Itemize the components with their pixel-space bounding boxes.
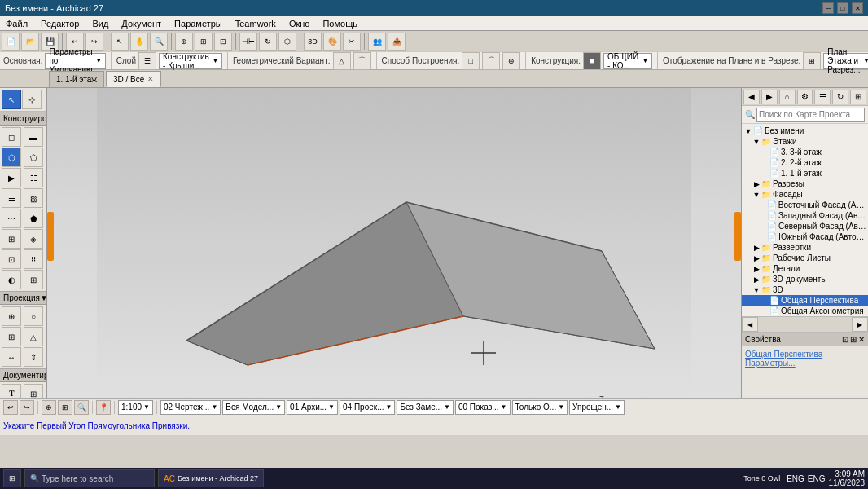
tree-node-f1[interactable]: 📄 Восточный Фасад (Автоматич... [742, 200, 868, 210]
canvas-area[interactable]: x z y [47, 88, 741, 398]
view-dropdown-6[interactable]: 00 Показ...▼ [455, 400, 511, 415]
mesh-tool[interactable]: ⊞ [24, 270, 43, 289]
tree-node-persp[interactable]: 📄 Общая Перспектива [742, 295, 868, 306]
pointer-btn[interactable]: ↖ [111, 33, 129, 51]
tree-node-detali[interactable]: ▶ 📁 Детали [742, 263, 868, 274]
tree-node-etazhi[interactable]: ▼ 📁 Этажи [742, 136, 868, 147]
sun-tool[interactable]: △ [24, 327, 43, 346]
props-icon-1[interactable]: ⊡ [842, 335, 848, 344]
osnova-dropdown[interactable]: Параметры по Умолчанию ▼ [45, 53, 105, 69]
start-button[interactable]: ⊞ [3, 469, 21, 487]
konstruk-icon[interactable]: ■ [583, 52, 601, 70]
menu-window[interactable]: Окно [287, 18, 313, 29]
props-link2[interactable]: Параметры... [745, 359, 865, 368]
orbit-nav-btn[interactable]: ⊕ [42, 400, 56, 415]
proj-tool[interactable]: ⇕ [24, 347, 43, 367]
undo-nav-btn[interactable]: ↩ [3, 400, 18, 415]
sposob-btn3[interactable]: ⊕ [502, 52, 520, 70]
snap-btn[interactable]: ⊕ [175, 33, 193, 51]
tree-node-root[interactable]: ▼ 📄 Без имени [742, 126, 868, 136]
menu-view[interactable]: Вид [90, 18, 111, 29]
guide-btn[interactable]: ⊡ [214, 33, 232, 51]
tab-3d[interactable]: 3D / Все ✕ [106, 71, 161, 87]
door-tool[interactable]: ⊞ [2, 229, 21, 249]
zoom-btn[interactable]: 🔍 [150, 33, 168, 51]
minimize-button[interactable]: ─ [822, 2, 834, 14]
render-btn[interactable]: 🎨 [323, 33, 341, 51]
grid-btn[interactable]: ⊞ [195, 33, 213, 51]
rp-forward-btn[interactable]: ▶ [761, 90, 778, 104]
pan-btn[interactable]: ✋ [130, 33, 148, 51]
tree-node-fasady[interactable]: ▼ 📁 Фасады [742, 189, 868, 200]
rp-home-btn[interactable]: ⌂ [779, 90, 796, 104]
marker-btn[interactable]: 📍 [96, 400, 111, 415]
railing-tool[interactable]: ☰ [2, 188, 21, 208]
konstruk-dropdown[interactable]: ОБЩИЙ - КО... ▼ [603, 53, 652, 69]
rotate-btn[interactable]: ↻ [259, 33, 277, 51]
select-tool2[interactable]: ⊹ [22, 90, 42, 109]
project-map-search-input[interactable] [756, 108, 865, 122]
right-resize-handle[interactable] [734, 212, 741, 261]
view-dropdown-2[interactable]: Вся Модел...▼ [222, 400, 285, 415]
menu-help[interactable]: Помощь [320, 18, 360, 29]
open-btn[interactable]: 📂 [21, 33, 39, 51]
wall-tool[interactable]: ◻ [2, 127, 21, 147]
mep-tool[interactable]: ⁞⁞ [24, 249, 43, 269]
props-close[interactable]: ✕ [858, 335, 865, 344]
tree-node-f2[interactable]: 📄 Западный Фасад (Автоматич... [742, 210, 868, 221]
publish-btn[interactable]: 📤 [388, 33, 406, 51]
proekciya-header[interactable]: Проекция ▼ [0, 291, 46, 305]
maximize-button[interactable]: □ [837, 2, 848, 14]
scroll-left-btn[interactable]: ◀ [742, 317, 758, 332]
text-tool[interactable]: 𝐓 [2, 384, 21, 398]
menu-file[interactable]: Файл [3, 18, 30, 29]
tree-node-f3[interactable]: 📄 Северный Фасад (Автоматич... [742, 221, 868, 231]
navigate-btn[interactable]: ⊞ [58, 400, 72, 415]
redo-nav-btn[interactable]: ↪ [20, 400, 34, 415]
label-tool[interactable]: ⊞ [24, 384, 43, 398]
dokumentir-header[interactable]: Документир... ▼ [0, 368, 46, 382]
section-btn[interactable]: ✂ [343, 33, 361, 51]
layer-dropdown[interactable]: Конструктив - Крыши ▼ [159, 53, 222, 69]
mirror-btn[interactable]: ⊣⊢ [239, 33, 257, 51]
rp-layout-btn[interactable]: ☰ [814, 90, 831, 104]
view-dropdown-1[interactable]: 02 Чертеж...▼ [160, 400, 221, 415]
tree-node-razrezy[interactable]: ▶ 📁 Разрезы [742, 178, 868, 189]
morph-tool[interactable]: ▶ [2, 168, 21, 187]
flythrough-tool[interactable]: ⊞ [2, 327, 21, 346]
scale-dropdown[interactable]: 1:100 ▼ [118, 400, 153, 415]
new-btn[interactable]: 📄 [2, 33, 20, 51]
view-dropdown-8[interactable]: Упрощен...▼ [569, 400, 625, 415]
sposob-btn1[interactable]: □ [462, 52, 480, 70]
tree-node-e2[interactable]: 📄 2. 2-й этаж [742, 157, 868, 168]
view-dropdown-5[interactable]: Без Заме...▼ [397, 400, 454, 415]
view-dropdown-4[interactable]: 04 Проек...▼ [340, 400, 395, 415]
tree-node-3ddoc[interactable]: ▶ 📁 3D-документы [742, 274, 868, 284]
tree-node-3d[interactable]: ▼ 📁 3D [742, 284, 868, 295]
props-link1[interactable]: Общая Перспектива [745, 350, 865, 359]
window-tool[interactable]: ⬟ [24, 209, 43, 228]
view-dropdown-7[interactable]: Только О...▼ [512, 400, 568, 415]
orbit-tool[interactable]: ⊕ [2, 306, 21, 326]
menu-document[interactable]: Документ [119, 18, 164, 29]
tree-node-e1[interactable]: 📄 1. 1-й этаж [742, 168, 868, 178]
column-tool[interactable]: ▨ [24, 188, 43, 208]
tree-node-rablisty[interactable]: ▶ 📁 Рабочие Листы [742, 253, 868, 263]
otobr-dropdown[interactable]: План Этажа и Разрез... ▼ [823, 53, 868, 69]
tab-floor-plan[interactable]: 1. 1-й этаж [49, 71, 104, 87]
teamwork-btn[interactable]: 👥 [368, 33, 386, 51]
walk-tool[interactable]: ○ [24, 306, 43, 326]
zone-tool[interactable]: ◐ [2, 270, 21, 289]
zoom-nav-btn[interactable]: 🔍 [74, 400, 89, 415]
select-tool[interactable]: ↖ [2, 90, 21, 109]
tree-node-f4[interactable]: 📄 Южный Фасад (Автоматичес... [742, 231, 868, 242]
beam-tool[interactable]: ⋯ [2, 209, 21, 228]
archicad-taskbar-btn[interactable]: AC Без имени - Archicad 27 [158, 469, 264, 487]
konstruirovanie-header[interactable]: Конструирова... ▼ [0, 112, 46, 126]
rp-refresh-btn[interactable]: ↻ [832, 90, 848, 104]
rp-settings-btn[interactable]: ⚙ [797, 90, 813, 104]
view-tool[interactable]: ↔ [2, 347, 21, 367]
shell-tool[interactable]: ⬠ [24, 148, 43, 167]
menu-teamwork[interactable]: Teamwork [233, 18, 278, 29]
tree-node-e3[interactable]: 📄 3. 3-й этаж [742, 147, 868, 157]
